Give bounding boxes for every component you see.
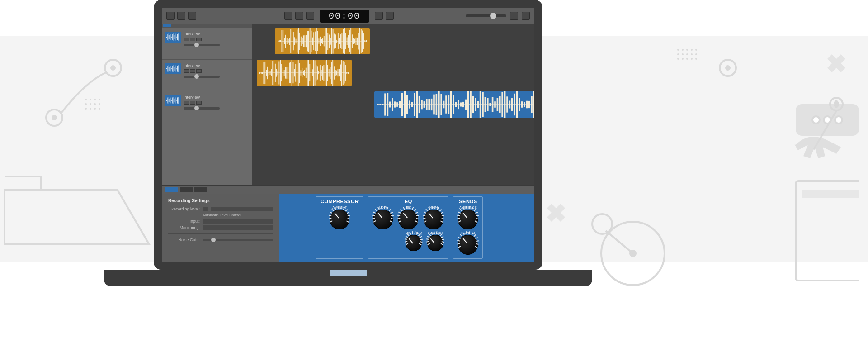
svg-rect-190	[286, 67, 287, 79]
panel-tab[interactable]	[194, 187, 207, 192]
track-row[interactable]: Interview	[162, 60, 252, 91]
svg-rect-234	[343, 61, 344, 85]
knob-control[interactable]: LOW CUT	[427, 231, 443, 251]
svg-rect-49	[171, 34, 171, 40]
recording-level-toggle[interactable]	[203, 207, 208, 211]
transport-button[interactable]	[295, 12, 303, 20]
transport-button[interactable]	[375, 12, 383, 20]
svg-rect-122	[308, 31, 309, 52]
track-volume-slider[interactable]	[184, 76, 220, 78]
svg-rect-132	[321, 39, 322, 43]
svg-rect-173	[264, 62, 265, 84]
svg-rect-43	[166, 37, 167, 38]
svg-rect-196	[294, 69, 295, 77]
svg-rect-185	[280, 60, 281, 86]
svg-rect-164	[362, 31, 363, 52]
svg-point-5	[90, 99, 91, 100]
svg-rect-245	[389, 102, 391, 108]
knob-control[interactable]: HIGH	[424, 206, 443, 229]
svg-rect-256	[416, 91, 418, 118]
svg-rect-91	[175, 97, 175, 104]
track-controls[interactable]	[184, 101, 248, 105]
svg-rect-257	[419, 96, 420, 113]
audio-clip[interactable]	[275, 28, 370, 54]
track-volume-slider[interactable]	[184, 44, 220, 46]
svg-rect-169	[259, 72, 260, 74]
track-row[interactable]: Interview	[162, 28, 252, 60]
svg-rect-303	[531, 96, 533, 113]
track-controls[interactable]	[184, 69, 248, 73]
input-select[interactable]	[203, 219, 273, 224]
svg-point-11	[99, 103, 100, 105]
svg-rect-237	[346, 72, 347, 74]
track-thumbnail	[165, 63, 181, 74]
svg-rect-179	[272, 61, 273, 85]
toolbar-button[interactable]	[188, 12, 196, 20]
svg-rect-294	[509, 100, 511, 108]
svg-rect-207	[308, 60, 309, 86]
svg-rect-285	[487, 98, 489, 111]
svg-rect-161	[358, 33, 359, 50]
toolbar-button[interactable]	[522, 12, 530, 20]
svg-rect-235	[344, 62, 345, 84]
knob-control[interactable]: MID FREQ	[406, 231, 422, 251]
knob-control[interactable]: REVERB	[458, 231, 478, 255]
svg-rect-291	[501, 92, 503, 117]
noise-gate-slider[interactable]	[203, 239, 273, 241]
track-row[interactable]: Interview	[162, 91, 252, 123]
recording-settings-panel: Recording Settings Recording level: Auto…	[162, 194, 279, 262]
svg-rect-142	[334, 33, 335, 48]
toolbar-button[interactable]	[166, 12, 175, 20]
audio-clip[interactable]	[257, 60, 352, 86]
svg-rect-52	[173, 33, 173, 41]
svg-rect-289	[497, 98, 499, 111]
master-volume-slider[interactable]	[466, 14, 506, 17]
knob-control[interactable]: LOW	[373, 206, 393, 229]
toolbar-button[interactable]	[510, 12, 518, 20]
transport-button[interactable]	[306, 12, 314, 20]
svg-point-17	[725, 65, 731, 71]
svg-rect-286	[489, 103, 491, 106]
track-volume-slider[interactable]	[184, 107, 220, 110]
svg-rect-160	[357, 38, 358, 45]
knob-control[interactable]: MID	[398, 206, 418, 229]
svg-rect-231	[339, 69, 340, 76]
monitoring-select[interactable]	[203, 225, 273, 230]
recording-level-field[interactable]	[211, 207, 273, 211]
svg-rect-265	[438, 91, 440, 118]
svg-rect-223	[329, 69, 330, 76]
knob-control[interactable]: AMOUNT	[330, 206, 349, 229]
knob-control[interactable]: AMBIENCE	[458, 206, 478, 229]
audio-clip[interactable]	[374, 91, 534, 118]
svg-rect-106	[288, 39, 289, 43]
svg-rect-124	[311, 31, 312, 52]
svg-rect-56	[176, 34, 176, 40]
svg-rect-198	[297, 63, 297, 83]
svg-rect-189	[285, 67, 286, 78]
svg-rect-211	[313, 60, 314, 86]
svg-point-20	[686, 49, 688, 51]
svg-rect-279	[472, 96, 474, 113]
panel-tab[interactable]	[165, 187, 178, 192]
transport-button[interactable]	[386, 12, 394, 20]
svg-rect-183	[278, 71, 278, 76]
svg-rect-172	[263, 62, 264, 84]
svg-rect-141	[333, 29, 334, 53]
svg-rect-108	[290, 29, 291, 53]
timeline[interactable]	[252, 24, 534, 185]
svg-rect-65	[169, 67, 170, 71]
toolbar-button[interactable]	[177, 12, 185, 20]
transport-button[interactable]	[284, 12, 292, 20]
svg-rect-60	[179, 35, 179, 39]
track-list: Interview Interview Interview	[162, 24, 252, 185]
svg-point-9	[90, 103, 91, 105]
svg-rect-77	[178, 65, 179, 72]
svg-rect-98	[278, 40, 278, 42]
svg-rect-165	[363, 33, 364, 49]
settings-title: Recording Settings	[168, 198, 273, 203]
svg-rect-298	[519, 98, 520, 111]
svg-rect-101	[281, 30, 282, 52]
svg-rect-293	[506, 96, 508, 112]
panel-tab[interactable]	[180, 187, 193, 192]
track-controls[interactable]	[184, 38, 248, 41]
